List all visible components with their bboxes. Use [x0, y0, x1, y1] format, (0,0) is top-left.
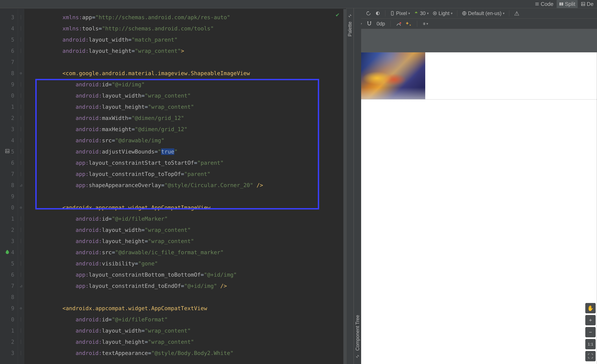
- fold-marker[interactable]: │: [18, 258, 24, 269]
- code-line[interactable]: [36, 292, 346, 303]
- svg-point-12: [415, 12, 416, 13]
- code-line[interactable]: xmlns:app="http://schemas.android.com/ap…: [36, 12, 346, 23]
- preview-whitespace: [356, 99, 597, 364]
- api-dropdown[interactable]: 30 ▾: [414, 10, 429, 16]
- code-line[interactable]: android:layout_height="wrap_content">: [36, 45, 346, 56]
- code-line[interactable]: android:layout_width="wrap_content": [36, 90, 346, 101]
- locale-dropdown[interactable]: Default (en-us) ▾: [462, 10, 504, 16]
- code-line[interactable]: android:maxHeight="@dimen/grid_12": [36, 124, 346, 135]
- fold-marker[interactable]: │: [18, 135, 24, 146]
- code-line[interactable]: app:layout_constraintStart_toStartOf="pa…: [36, 157, 346, 168]
- fold-marker[interactable]: │: [18, 146, 24, 157]
- device-frame[interactable]: [356, 52, 597, 364]
- fold-marker[interactable]: [18, 191, 24, 202]
- code-line[interactable]: xmlns:tools="http://schemas.android.com/…: [36, 23, 346, 34]
- fold-marker[interactable]: │: [18, 247, 24, 258]
- code-line[interactable]: <com.google.android.material.imageview.S…: [36, 68, 346, 79]
- code-line[interactable]: android:textAppearance="@style/Body.Body…: [36, 348, 346, 359]
- code-line[interactable]: android:layout_width="wrap_content": [36, 224, 346, 236]
- fold-marker[interactable]: │: [18, 336, 24, 348]
- fold-marker[interactable]: │: [18, 112, 24, 124]
- warning-icon[interactable]: ⚠: [514, 10, 519, 16]
- code-line[interactable]: android:layout_width="match_parent": [36, 34, 346, 45]
- code-line[interactable]: app:layout_constraintEnd_toEndOf="@+id/i…: [36, 280, 346, 292]
- separator: [385, 10, 385, 16]
- fold-marker[interactable]: │: [18, 236, 24, 247]
- design-surface[interactable]: ✋ + − 1:1 ⛶: [354, 29, 597, 364]
- code-line[interactable]: [36, 56, 346, 68]
- fold-marker[interactable]: [18, 292, 24, 303]
- code-line[interactable]: android:layout_height="wrap_content": [36, 336, 346, 348]
- tab-design[interactable]: De: [579, 0, 596, 8]
- fold-marker[interactable]: │: [18, 45, 24, 56]
- code-line[interactable]: android:id="@+id/fileMarker": [36, 213, 346, 224]
- theme-dropdown[interactable]: Light ▾: [432, 10, 453, 16]
- tab-split[interactable]: Split: [557, 0, 578, 8]
- fold-marker[interactable]: │: [18, 12, 24, 23]
- code-line[interactable]: <androidx.appcompat.widget.AppCompatImag…: [36, 202, 346, 213]
- fold-marker[interactable]: │: [18, 224, 24, 236]
- code-line[interactable]: android:src="@drawable/ic_file_format_ma…: [36, 247, 346, 258]
- code-line[interactable]: android:layout_width="wrap_content": [36, 325, 346, 336]
- code-line[interactable]: android:id="@+id/img": [36, 79, 346, 90]
- fold-marker[interactable]: ⊿: [18, 180, 24, 191]
- zoom-in-button[interactable]: +: [585, 315, 596, 325]
- code-area[interactable]: xmlns:app="http://schemas.android.com/ap…: [24, 9, 346, 364]
- fold-marker[interactable]: │: [18, 34, 24, 45]
- fold-marker[interactable]: │: [18, 79, 24, 90]
- fold-marker[interactable]: ⊿: [18, 280, 24, 292]
- zoom-out-button[interactable]: −: [585, 327, 596, 337]
- palette-sidebar-tab[interactable]: Palette: [346, 8, 354, 364]
- fold-marker[interactable]: │: [18, 269, 24, 280]
- magnet-icon[interactable]: [367, 21, 372, 26]
- line-number: 3: [0, 348, 18, 359]
- zoom-fit-button[interactable]: ⛶: [585, 351, 596, 361]
- code-editor[interactable]: ✔ 3456789012345678901234567890123 ││││⊖│…: [0, 8, 346, 364]
- code-line[interactable]: android:id="@+id/fileFormat": [36, 314, 346, 325]
- pan-button[interactable]: ✋: [585, 303, 596, 313]
- chevron-down-icon: ▾: [451, 11, 453, 15]
- zoom-reset-button[interactable]: 1:1: [585, 339, 596, 349]
- fold-marker[interactable]: │: [18, 314, 24, 325]
- svg-point-3: [582, 3, 583, 4]
- guidelines-icon[interactable]: ▾: [423, 21, 428, 26]
- fold-marker[interactable]: │: [18, 101, 24, 112]
- code-line[interactable]: android:layout_height="wrap_content": [36, 236, 346, 247]
- chevron-down-icon: ▾: [408, 11, 410, 15]
- fold-marker[interactable]: ⊖: [18, 68, 24, 79]
- code-line[interactable]: app:layout_constraintTop_toTopOf="parent…: [36, 168, 346, 180]
- code-line[interactable]: app:shapeAppearanceOverlay="@style/Circu…: [36, 180, 346, 191]
- separator: [417, 21, 417, 27]
- fold-marker[interactable]: │: [18, 124, 24, 135]
- component-tree-sidebar-tab[interactable]: Component Tree: [354, 8, 361, 364]
- clear-constraints-icon[interactable]: [396, 21, 401, 26]
- fold-marker[interactable]: │: [18, 157, 24, 168]
- code-line[interactable]: android:visibility="gone": [36, 258, 346, 269]
- fold-marker[interactable]: │: [18, 23, 24, 34]
- fold-marker[interactable]: ⊖: [18, 202, 24, 213]
- code-line[interactable]: <androidx.appcompat.widget.AppCompatText…: [36, 303, 346, 314]
- night-mode-icon[interactable]: [375, 10, 381, 16]
- orientation-icon[interactable]: [366, 10, 371, 16]
- line-number: 6: [0, 269, 18, 280]
- fold-marker[interactable]: [18, 56, 24, 68]
- code-line[interactable]: android:layout_height="wrap_content": [36, 101, 346, 112]
- code-line[interactable]: android:maxWidth="@dimen/grid_12": [36, 112, 346, 124]
- device-dropdown[interactable]: Pixel ▾: [390, 10, 410, 16]
- fold-marker[interactable]: │: [18, 168, 24, 180]
- default-margin-field[interactable]: 0dp: [377, 21, 385, 27]
- code-line[interactable]: android:src="@drawable/img": [36, 135, 346, 146]
- preview-image[interactable]: [356, 52, 425, 99]
- fold-marker[interactable]: │: [18, 325, 24, 336]
- svg-rect-0: [559, 2, 561, 6]
- fold-marker[interactable]: │: [18, 348, 24, 359]
- tab-code[interactable]: Code: [532, 0, 556, 8]
- code-line[interactable]: app:layout_constraintBottom_toBottomOf="…: [36, 269, 346, 280]
- code-line[interactable]: android:adjustViewBounds="true": [36, 146, 346, 157]
- fold-marker[interactable]: │: [18, 213, 24, 224]
- fold-marker[interactable]: ⊖: [18, 303, 24, 314]
- code-line[interactable]: [36, 191, 346, 202]
- infer-constraints-icon[interactable]: [406, 21, 412, 26]
- line-number: 1: [0, 101, 18, 112]
- fold-marker[interactable]: │: [18, 90, 24, 101]
